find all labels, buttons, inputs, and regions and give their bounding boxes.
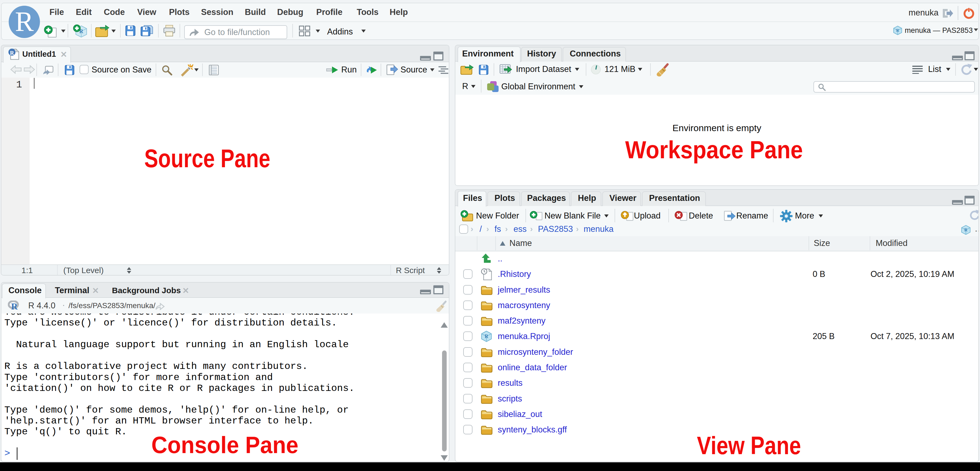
- svg-text:R: R: [896, 28, 899, 33]
- svg-text:R: R: [11, 301, 18, 310]
- svg-text:R: R: [485, 334, 488, 339]
- svg-text:R: R: [964, 227, 967, 232]
- svg-text:R: R: [10, 50, 14, 56]
